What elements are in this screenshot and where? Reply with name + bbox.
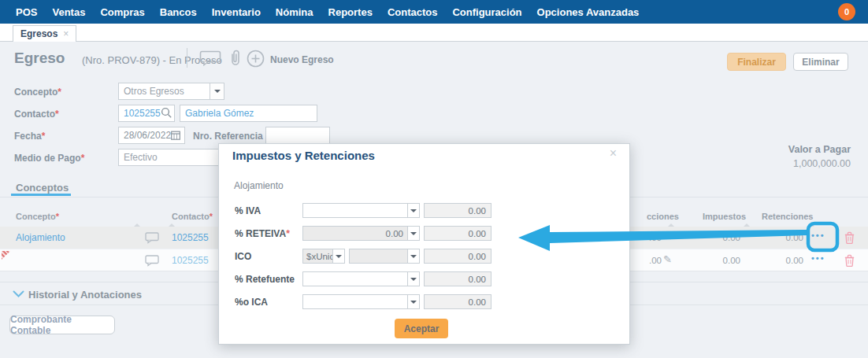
tab-conceptos[interactable]: Conceptos (16, 182, 69, 194)
ica-amount-field: 0.00 (424, 294, 491, 309)
header-divider (187, 48, 187, 68)
comment-icon[interactable] (199, 50, 221, 66)
contacto-id-value: 1025255 (124, 108, 161, 119)
concepto-select[interactable]: Otros Egresos (118, 83, 224, 100)
trash-icon[interactable] (844, 231, 855, 244)
ico-unit-select[interactable]: $xUnid (302, 249, 345, 264)
col-header-contacto[interactable]: Contacto* (172, 212, 213, 221)
nav-reportes[interactable]: Reportes (328, 6, 373, 18)
row-contacto-link[interactable]: 1025255 (172, 232, 209, 243)
tab-egresos-label: Egresos (20, 28, 57, 39)
row-retenciones-value: 0.00 (764, 233, 803, 242)
nav-compras[interactable]: Compras (100, 6, 144, 18)
tab-strip: Egresos × (0, 24, 868, 42)
more-options-button[interactable]: ••• (811, 231, 825, 240)
retefuente-label: % Retefuente (235, 274, 295, 285)
chevron-down-icon[interactable] (407, 204, 419, 217)
ico-select-value (350, 249, 407, 263)
comprobante-contable-button[interactable]: Comprobante Contable (9, 316, 115, 334)
page-title: Egreso (14, 50, 65, 67)
chevron-down-icon[interactable] (407, 227, 419, 240)
nav-ventas[interactable]: Ventas (52, 6, 85, 18)
chevron-down-icon[interactable] (13, 290, 24, 297)
add-circle-icon[interactable] (247, 50, 265, 68)
nav-bancos[interactable]: Bancos (160, 6, 197, 18)
col-header-impuestos[interactable]: Impuestos (703, 212, 746, 221)
valor-a-pagar-label: Valor a Pagar (788, 144, 851, 155)
row-concepto-link[interactable]: Alojamiento (16, 232, 65, 243)
row-retenciones-value: 0.00 (764, 256, 803, 265)
nav-contactos[interactable]: Contactos (388, 6, 438, 18)
contacto-name-input[interactable]: Gabriela Gómez (180, 105, 317, 122)
row-impuestos-value: 0.00 (701, 233, 740, 242)
tab-egresos[interactable]: Egresos × (13, 25, 76, 42)
aceptar-button[interactable]: Aceptar (395, 319, 448, 338)
nav-configuracion[interactable]: Configuración (452, 6, 521, 18)
more-options-button[interactable]: ••• (811, 253, 825, 263)
iva-label: % IVA (235, 205, 261, 216)
reteiva-amount-field: 0.00 (424, 226, 491, 241)
eliminar-button[interactable]: Eliminar (793, 53, 848, 71)
ica-select[interactable] (302, 294, 420, 309)
iva-amount-field: 0.00 (424, 203, 491, 218)
comment-icon[interactable] (145, 232, 159, 244)
col-header-concepto[interactable]: Concepto* (16, 212, 59, 221)
close-icon[interactable]: × (610, 146, 617, 161)
comment-icon[interactable] (145, 255, 159, 267)
contacto-label: Contacto* (14, 109, 59, 120)
tab-close-icon[interactable]: × (63, 28, 69, 39)
edit-pencil-icon[interactable]: ✎ (663, 253, 672, 265)
nav-opciones-avanzadas[interactable]: Opciones Avanzadas (537, 6, 640, 18)
contacto-name-value: Gabriela Gómez (185, 108, 254, 119)
nav-pos[interactable]: POS (16, 6, 37, 18)
fecha-value: 28/06/2022 (124, 130, 171, 141)
trash-icon[interactable] (844, 254, 855, 267)
nav-nomina[interactable]: Nómina (276, 6, 313, 18)
app-screen: POS Ventas Compras Bancos Inventario Nóm… (0, 0, 868, 358)
concepto-select-value: Otros Egresos (124, 86, 184, 97)
chevron-down-icon[interactable] (332, 249, 344, 263)
row-impuestos-value: 0.00 (701, 256, 740, 265)
col-header-clipped: cciones (647, 212, 679, 221)
modal-concepto-name: Alojamiento (234, 180, 284, 191)
retefuente-amount-field: 0.00 (424, 271, 491, 286)
ica-select-value (303, 295, 407, 308)
reteiva-select-value: 0.00 (303, 227, 407, 240)
calendar-icon[interactable] (171, 131, 180, 140)
attachment-icon[interactable] (229, 49, 242, 68)
concepto-label: Concepto* (14, 87, 61, 98)
reteiva-label: % RETEIVA* (235, 228, 290, 239)
chevron-down-icon[interactable] (210, 83, 224, 99)
nro-referencia-input[interactable] (265, 127, 330, 144)
search-icon[interactable] (161, 107, 172, 119)
row-contacto-link[interactable]: 1025255 (172, 255, 209, 266)
ico-amount-field: 0.00 (424, 249, 491, 264)
chevron-down-icon[interactable] (407, 295, 419, 308)
edit-pencil-icon[interactable]: ✎ (663, 231, 672, 242)
row-clipped-value: .00 (638, 233, 662, 242)
finalizar-button[interactable]: Finalizar (727, 53, 786, 71)
notification-badge[interactable]: 0 (838, 3, 855, 20)
col-header-retenciones[interactable]: Retenciones (762, 212, 813, 221)
medio-pago-select[interactable]: Efectivo (118, 149, 224, 166)
ico-unit-value: $xUnid (303, 249, 332, 263)
chevron-down-icon[interactable] (407, 272, 419, 286)
chevron-down-icon[interactable] (407, 249, 419, 263)
iva-select-value (303, 204, 407, 217)
modal-title: Impuestos y Retenciones (232, 149, 375, 162)
fecha-input[interactable]: 28/06/2022 (118, 127, 185, 144)
ico-select[interactable] (349, 249, 420, 264)
nro-referencia-label: Nro. Referencia (193, 131, 263, 142)
retefuente-select-value (303, 272, 407, 286)
valor-a-pagar-value: 1,000,000.00 (793, 158, 851, 169)
nuevo-egreso-button[interactable]: Nuevo Egreso (270, 54, 334, 65)
impuestos-retenciones-modal: Impuestos y Retenciones × Alojamiento % … (218, 143, 630, 345)
reteiva-select[interactable]: 0.00 (302, 226, 420, 241)
row-clipped-value: .00 (638, 256, 662, 265)
historial-section-toggle[interactable]: Historial y Anotaciones (28, 289, 142, 301)
nav-inventario[interactable]: Inventario (212, 6, 261, 18)
top-navbar: POS Ventas Compras Bancos Inventario Nóm… (0, 0, 868, 24)
retefuente-select[interactable] (302, 271, 420, 286)
iva-select[interactable] (302, 203, 420, 218)
tab-conceptos-underline (11, 194, 71, 196)
